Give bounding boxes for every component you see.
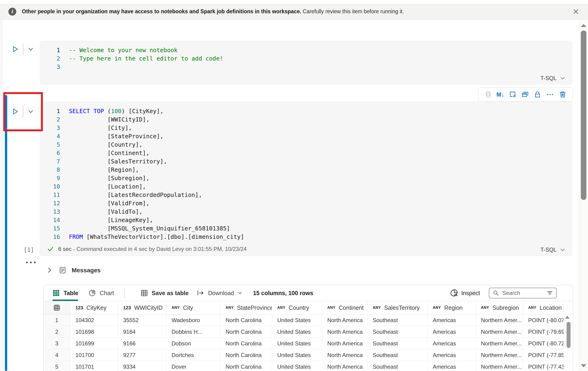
table-row[interactable]: 51017019334DoverNorth CarolinaUnited Sta… bbox=[43, 361, 573, 371]
run-cell-button[interactable] bbox=[11, 108, 19, 115]
table-cell: Americas bbox=[428, 338, 476, 349]
workspace-warning-banner: i Other people in your organization may … bbox=[0, 4, 588, 20]
column-header-city[interactable]: ANYCity bbox=[167, 301, 220, 314]
code-line: 16FROM [WhatsTheVectorVictor].[dbo].[dim… bbox=[40, 233, 572, 241]
line-number: 1 bbox=[40, 47, 60, 53]
code-cell-1[interactable]: 1-- Welcome to your new notebook2-- Type… bbox=[40, 41, 572, 84]
column-header-salesterritory[interactable]: ANYSalesTerritory bbox=[368, 301, 428, 314]
table-row[interactable]: 31016999166DobsonNorth CarolinaUnited St… bbox=[43, 338, 573, 349]
code-text: [LatestRecordedPopulation], bbox=[69, 192, 202, 198]
cell-output-more-indicator[interactable] bbox=[26, 262, 36, 263]
copilot-icon[interactable] bbox=[484, 90, 492, 99]
inspect-button[interactable]: Inspect bbox=[450, 289, 480, 297]
line-number: 1 bbox=[40, 108, 60, 114]
table-cell: Wadesboro bbox=[167, 314, 220, 326]
clear-output-icon[interactable] bbox=[508, 90, 517, 99]
column-header-location[interactable]: ANYLocation bbox=[523, 301, 564, 314]
code-text: [MSSQL_System_Uniquifier_658101385] bbox=[69, 225, 230, 232]
more-options-icon[interactable] bbox=[546, 90, 554, 99]
chevron-down-icon bbox=[560, 75, 566, 81]
language-label: T-SQL bbox=[541, 247, 556, 253]
search-box[interactable] bbox=[489, 288, 557, 298]
code-text: [Location], bbox=[69, 183, 146, 190]
table-row[interactable]: 110430235552WadesboroNorth CarolinaUnite… bbox=[43, 314, 573, 326]
scroll-down-icon[interactable] bbox=[581, 364, 586, 367]
lock-cell-icon[interactable] bbox=[533, 90, 542, 99]
tab-chart-label: Chart bbox=[100, 290, 114, 297]
chevron-down-icon[interactable] bbox=[27, 108, 34, 115]
controls-divider bbox=[23, 43, 23, 55]
scroll-up-icon[interactable] bbox=[581, 24, 586, 27]
code-editor[interactable]: 1-- Welcome to your new notebook2-- Type… bbox=[40, 41, 572, 71]
table-cell: North Carolina bbox=[220, 314, 272, 326]
success-check-icon bbox=[47, 246, 54, 253]
column-header-wwicityid[interactable]: 123WWICityID bbox=[118, 301, 167, 314]
save-as-table-button[interactable]: Save as table bbox=[141, 289, 189, 297]
download-icon bbox=[197, 289, 204, 297]
table-body: 110430235552WadesboroNorth CarolinaUnite… bbox=[43, 314, 573, 371]
column-header-label: Country bbox=[289, 304, 309, 311]
column-type-badge: ANY bbox=[433, 306, 441, 310]
grid-icon bbox=[53, 304, 61, 311]
code-text: -- Type here in the cell editor to add c… bbox=[69, 55, 223, 62]
info-icon: i bbox=[8, 8, 16, 16]
column-type-badge: ANY bbox=[327, 306, 336, 310]
page-scrollbar[interactable] bbox=[579, 20, 588, 371]
table-cell: North Carolina bbox=[220, 349, 272, 361]
execution-status-text: 6 sec - Command executed in 4 sec by Dav… bbox=[58, 246, 247, 252]
table-cell: 35552 bbox=[118, 314, 167, 326]
cell-status-bar: 6 sec - Command executed in 4 sec by Dav… bbox=[40, 242, 572, 256]
code-line: 10 [Location], bbox=[40, 182, 572, 191]
code-text: [SalesTerritory], bbox=[69, 158, 167, 165]
delete-cell-icon[interactable] bbox=[558, 90, 567, 99]
table-row[interactable]: 41017009277DortchesNorth CarolinaUnited … bbox=[43, 349, 573, 361]
code-line: 2-- Type here in the cell editor to add … bbox=[40, 54, 572, 63]
line-number: 10 bbox=[40, 183, 60, 190]
save-table-icon bbox=[141, 289, 148, 297]
chevron-down-icon[interactable] bbox=[27, 45, 34, 53]
code-line: 14 [LineageKey], bbox=[40, 216, 572, 224]
notebook-left-edge bbox=[0, 20, 1, 371]
code-editor[interactable]: 1SELECT TOP (100) [CityKey],2 [WWICityID… bbox=[40, 102, 572, 241]
column-header-country[interactable]: ANYCountry bbox=[272, 301, 322, 314]
run-cell-button[interactable] bbox=[11, 45, 19, 53]
download-button[interactable]: Download bbox=[197, 289, 242, 297]
page-scrollbar-thumb[interactable] bbox=[581, 31, 586, 200]
cell1-controls bbox=[11, 42, 34, 56]
table-cell: POINT (-79.69. bbox=[523, 326, 564, 338]
search-input[interactable] bbox=[502, 289, 546, 297]
row-index-header[interactable] bbox=[43, 301, 70, 314]
column-type-badge: ANY bbox=[172, 306, 180, 310]
column-header-citykey[interactable]: 123CityKey bbox=[70, 301, 118, 314]
column-header-subregion[interactable]: ANYSubregion bbox=[476, 301, 523, 314]
column-header-label: Location bbox=[540, 304, 562, 311]
column-header-stateprovince[interactable]: ANYStateProvince bbox=[220, 301, 272, 314]
column-header-region[interactable]: ANYRegion bbox=[428, 301, 476, 314]
filter-icon[interactable] bbox=[546, 290, 553, 296]
markdown-icon[interactable]: M↓ bbox=[496, 91, 504, 98]
table-cell: United States bbox=[272, 314, 322, 326]
language-selector[interactable]: T-SQL bbox=[541, 75, 566, 82]
table-cell: Americas bbox=[428, 326, 476, 338]
banner-regular-text: Carefully review this item before runnin… bbox=[303, 8, 404, 14]
table-row[interactable]: 21016989164Dobbins H...North CarolinaUni… bbox=[43, 326, 573, 338]
column-header-continent[interactable]: ANYContinent bbox=[322, 301, 368, 314]
close-icon[interactable] bbox=[571, 7, 580, 16]
messages-expander[interactable]: Messages bbox=[46, 266, 101, 274]
code-cell-2[interactable]: 1SELECT TOP (100) [CityKey],2 [WWICityID… bbox=[40, 102, 572, 256]
tab-table[interactable]: Table bbox=[52, 285, 78, 301]
column-type-badge: ANY bbox=[226, 306, 234, 310]
column-header-label: City bbox=[183, 304, 193, 311]
code-line: 3 [City], bbox=[40, 124, 572, 132]
banner-text: Other people in your organization may ha… bbox=[22, 8, 404, 15]
code-line: 15 [MSSQL_System_Uniquifier_658101385] bbox=[40, 224, 572, 233]
language-selector[interactable]: T-SQL bbox=[541, 247, 566, 253]
duplicate-cell-icon[interactable] bbox=[521, 90, 529, 99]
tab-chart[interactable]: Chart bbox=[88, 285, 114, 301]
code-text: [Country], bbox=[69, 141, 142, 148]
table-scrollbar-thumb[interactable] bbox=[567, 322, 571, 348]
table-scroll-up-icon[interactable] bbox=[565, 316, 570, 319]
messages-label: Messages bbox=[72, 267, 101, 274]
line-number: 2 bbox=[40, 55, 60, 62]
table-cell: North America bbox=[322, 314, 368, 326]
